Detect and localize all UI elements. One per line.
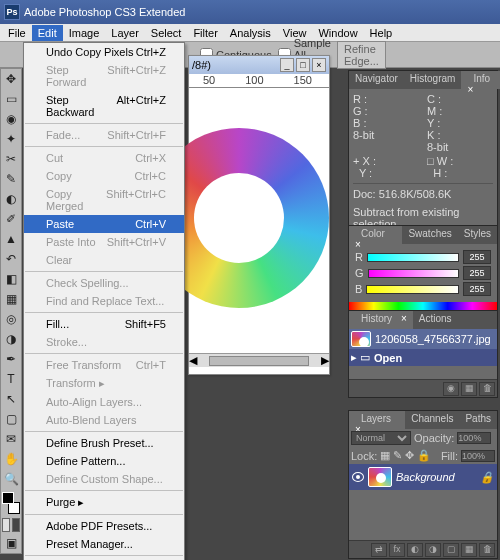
- document-window[interactable]: /8#) _ □ × 50100150 ◀▶: [188, 55, 330, 375]
- history-panel-group[interactable]: History × Actions 1206058_47566377.jpg ▸…: [348, 310, 498, 398]
- lock-all-icon[interactable]: ✥: [405, 449, 414, 462]
- tab-styles[interactable]: Styles: [458, 226, 497, 244]
- tab-history[interactable]: History ×: [349, 311, 413, 329]
- tab-swatches[interactable]: Swatches: [402, 226, 457, 244]
- type-tool[interactable]: T: [1, 369, 21, 389]
- stamp-tool[interactable]: ▲: [1, 229, 21, 249]
- color-swatches[interactable]: [1, 491, 21, 515]
- visibility-icon[interactable]: [352, 472, 364, 482]
- doc-min-button[interactable]: _: [280, 58, 294, 72]
- move-tool[interactable]: ✥: [1, 69, 21, 89]
- adjust-icon[interactable]: ◑: [425, 543, 441, 557]
- new-layer-icon[interactable]: ▦: [461, 543, 477, 557]
- doc-max-button[interactable]: □: [296, 58, 310, 72]
- menu-item-define-pattern-[interactable]: Define Pattern...: [24, 452, 184, 470]
- fx-icon[interactable]: fx: [389, 543, 405, 557]
- menu-help[interactable]: Help: [364, 25, 399, 41]
- menu-select[interactable]: Select: [145, 25, 188, 41]
- menu-item-fill-[interactable]: Fill...Shift+F5: [24, 315, 184, 333]
- lock-position-icon[interactable]: ✎: [393, 449, 402, 462]
- tab-histogram[interactable]: Histogram: [404, 71, 462, 89]
- quick-mask-toggle[interactable]: [1, 517, 21, 533]
- gradient-tool[interactable]: ▦: [1, 289, 21, 309]
- new-doc-icon[interactable]: ▦: [461, 382, 477, 396]
- menu-item-purge[interactable]: Purge ▸: [24, 493, 184, 512]
- info-colors: R :G :B :8-bit C :M :Y :K :8-bit + X : Y…: [353, 93, 493, 179]
- pen-tool[interactable]: ✒: [1, 349, 21, 369]
- wand-tool[interactable]: ✦: [1, 129, 21, 149]
- menu-edit[interactable]: Edit: [32, 25, 63, 41]
- menu-filter[interactable]: Filter: [187, 25, 223, 41]
- info-panel-group[interactable]: Navigator Histogram Info × R :G :B :8-bi…: [348, 70, 498, 235]
- tab-navigator[interactable]: Navigator: [349, 71, 404, 89]
- fill-input[interactable]: [461, 450, 495, 462]
- menu-layer[interactable]: Layer: [105, 25, 145, 41]
- layers-panel-group[interactable]: Layers × Channels Paths Normal Opacity: …: [348, 410, 498, 559]
- tab-actions[interactable]: Actions: [413, 311, 458, 329]
- zoom-tool[interactable]: 🔍: [1, 469, 21, 489]
- lasso-tool[interactable]: ◉: [1, 109, 21, 129]
- edit-menu-dropdown[interactable]: Undo Copy PixelsCtrl+ZStep ForwardShift+…: [23, 42, 185, 560]
- eyedropper-tool[interactable]: ✎: [1, 169, 21, 189]
- b-input[interactable]: [463, 282, 491, 296]
- r-input[interactable]: [463, 250, 491, 264]
- lock-icon[interactable]: 🔒: [417, 449, 431, 462]
- history-snapshot[interactable]: 1206058_47566377.jpg: [349, 329, 497, 349]
- group-icon[interactable]: ▢: [443, 543, 459, 557]
- marquee-tool[interactable]: ▭: [1, 89, 21, 109]
- blur-tool[interactable]: ◎: [1, 309, 21, 329]
- eraser-tool[interactable]: ◧: [1, 269, 21, 289]
- history-state-open[interactable]: ▸ ▭ Open: [349, 349, 497, 366]
- mask-icon[interactable]: ◐: [407, 543, 423, 557]
- menu-analysis[interactable]: Analysis: [224, 25, 277, 41]
- dodge-tool[interactable]: ◑: [1, 329, 21, 349]
- b-slider[interactable]: [366, 285, 459, 294]
- menu-item-paste-into: Paste IntoShift+Ctrl+V: [24, 233, 184, 251]
- tab-info[interactable]: Info ×: [461, 71, 500, 89]
- menu-item-adobe-pdf-presets-[interactable]: Adobe PDF Presets...: [24, 517, 184, 535]
- app-title: Adobe Photoshop CS3 Extended: [24, 6, 185, 18]
- menu-item-paste[interactable]: PasteCtrl+V: [24, 215, 184, 233]
- scrollbar-horizontal[interactable]: ◀▶: [189, 353, 329, 367]
- screen-mode[interactable]: ▣: [1, 533, 21, 553]
- color-panel-group[interactable]: Color × Swatches Styles R G B: [348, 225, 498, 317]
- menu-file[interactable]: File: [2, 25, 32, 41]
- opacity-input[interactable]: [457, 432, 491, 444]
- g-input[interactable]: [463, 266, 491, 280]
- blend-mode-select[interactable]: Normal: [351, 431, 411, 445]
- crop-tool[interactable]: ✂: [1, 149, 21, 169]
- new-snapshot-icon[interactable]: ◉: [443, 382, 459, 396]
- canvas[interactable]: [189, 88, 329, 353]
- heal-tool[interactable]: ◐: [1, 189, 21, 209]
- photoshop-icon: Ps: [4, 4, 20, 20]
- hand-tool[interactable]: ✋: [1, 449, 21, 469]
- menu-item-auto-align-layers-: Auto-Align Layers...: [24, 393, 184, 411]
- refine-edge-button[interactable]: Refine Edge...: [337, 41, 386, 69]
- tab-channels[interactable]: Channels: [405, 411, 459, 429]
- doc-titlebar[interactable]: /8#) _ □ ×: [189, 56, 329, 74]
- menu-image[interactable]: Image: [63, 25, 106, 41]
- r-slider[interactable]: [367, 253, 459, 262]
- g-slider[interactable]: [368, 269, 459, 278]
- trash-icon[interactable]: 🗑: [479, 382, 495, 396]
- tab-layers[interactable]: Layers ×: [349, 411, 405, 429]
- menu-item-preset-manager-[interactable]: Preset Manager...: [24, 535, 184, 553]
- toolbox[interactable]: ✥ ▭ ◉ ✦ ✂ ✎ ◐ ✐ ▲ ↶ ◧ ▦ ◎ ◑ ✒ T ↖ ▢ ✉ ✋ …: [0, 68, 22, 554]
- open-icon: ▸ ▭: [351, 351, 370, 364]
- shape-tool[interactable]: ▢: [1, 409, 21, 429]
- menu-item-step-backward[interactable]: Step BackwardAlt+Ctrl+Z: [24, 91, 184, 121]
- tab-paths[interactable]: Paths: [459, 411, 497, 429]
- path-tool[interactable]: ↖: [1, 389, 21, 409]
- history-brush-tool[interactable]: ↶: [1, 249, 21, 269]
- layer-background[interactable]: Background 🔒: [349, 464, 497, 490]
- lock-pixels-icon[interactable]: ▦: [380, 449, 390, 462]
- link-icon[interactable]: ⇄: [371, 543, 387, 557]
- menu-item-undo-copy-pixels[interactable]: Undo Copy PixelsCtrl+Z: [24, 43, 184, 61]
- menu-item-define-brush-preset-[interactable]: Define Brush Preset...: [24, 434, 184, 452]
- tab-color[interactable]: Color ×: [349, 226, 402, 244]
- brush-tool[interactable]: ✐: [1, 209, 21, 229]
- doc-close-button[interactable]: ×: [312, 58, 326, 72]
- notes-tool[interactable]: ✉: [1, 429, 21, 449]
- delete-icon[interactable]: 🗑: [479, 543, 495, 557]
- menu-bar[interactable]: File Edit Image Layer Select Filter Anal…: [0, 24, 500, 42]
